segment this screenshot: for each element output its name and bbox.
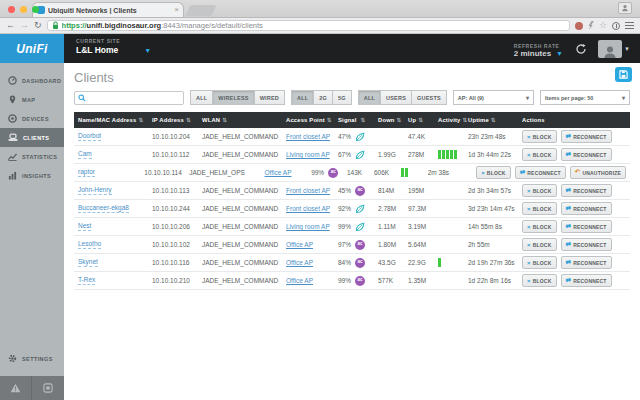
window-controls[interactable] (8, 6, 39, 13)
access-point-link[interactable]: Office AP (286, 259, 313, 266)
filter-connection-wired[interactable]: WIRED (255, 90, 285, 105)
ap-filter-select[interactable]: AP: All (9)▾ (453, 90, 534, 105)
events-button[interactable] (32, 376, 64, 400)
column-header-up[interactable]: Up⇅ (408, 117, 438, 123)
browser-profile-button[interactable] (618, 2, 632, 14)
sidebar-item-dashboard[interactable]: DASHBOARD (0, 71, 64, 90)
search-box[interactable] (74, 91, 184, 105)
sort-icon[interactable]: ⇅ (222, 117, 227, 123)
sidebar-item-settings[interactable]: SETTINGS (0, 349, 64, 368)
access-point-link[interactable]: Front closet AP (286, 205, 330, 212)
column-header-name[interactable]: Name/MAC Address⇅ (78, 117, 152, 123)
reconnect-button[interactable]: ⇄RECONNECT (561, 184, 612, 198)
browser-tab[interactable]: Ubiquiti Networks | Clients × (32, 2, 184, 17)
new-tab-button[interactable] (185, 5, 216, 16)
reconnect-button[interactable]: ⇄RECONNECT (561, 202, 612, 216)
access-point-link[interactable]: Office AP (286, 277, 313, 284)
block-button[interactable]: ×BLOCK (522, 130, 557, 144)
reload-button[interactable]: ↻ (34, 21, 42, 30)
block-button[interactable]: ×BLOCK (476, 166, 511, 180)
search-input[interactable] (89, 94, 180, 101)
access-point-link[interactable]: Living room AP (286, 151, 330, 158)
tab-close-icon[interactable]: × (174, 6, 179, 14)
column-header-signal[interactable]: Signal⇅ (338, 117, 378, 123)
access-point-link[interactable]: Office AP (286, 241, 313, 248)
alerts-button[interactable] (0, 376, 32, 400)
reconnect-button[interactable]: ⇄RECONNECT (515, 166, 566, 180)
block-button[interactable]: ×BLOCK (522, 202, 557, 216)
sort-icon[interactable]: ⇅ (361, 117, 366, 123)
reconnect-button[interactable]: ⇄RECONNECT (561, 130, 612, 144)
current-site-selector[interactable]: CURRENT SITE L&L Home▼ (64, 34, 151, 64)
record-extension-icon[interactable] (612, 22, 620, 30)
browser-extension-icon[interactable] (575, 22, 583, 30)
block-button[interactable]: ×BLOCK (522, 274, 557, 288)
column-header-ip[interactable]: IP Address⇅ (152, 117, 202, 123)
column-header-uptime[interactable]: Uptime⇅ (468, 117, 522, 123)
reconnect-button[interactable]: ⇄RECONNECT (561, 148, 612, 162)
sort-icon[interactable]: ⇅ (397, 117, 402, 123)
items-per-page-select[interactable]: Items per page: 50▾ (540, 90, 630, 105)
sidebar-item-clients[interactable]: CLIENTS (0, 128, 64, 147)
sort-icon[interactable]: ⇅ (138, 117, 143, 123)
refresh-rate-selector[interactable]: REFRESH RATE 2 minutes▼ (514, 41, 563, 58)
block-button[interactable]: ×BLOCK (522, 256, 557, 270)
filter-band-2g[interactable]: 2G (314, 90, 333, 105)
sort-icon[interactable]: ⇅ (418, 117, 423, 123)
filter-type-guests[interactable]: GUESTS (412, 90, 447, 105)
column-header-access-point[interactable]: Access Point⇅ (286, 117, 338, 123)
refresh-now-button[interactable] (573, 42, 588, 57)
sort-icon[interactable]: ⇅ (327, 117, 332, 123)
forward-button[interactable]: → (20, 21, 29, 30)
close-window-button[interactable] (8, 6, 15, 13)
lightning-extension-icon[interactable] (588, 21, 594, 30)
reconnect-button[interactable]: ⇄RECONNECT (561, 256, 612, 270)
client-name-link[interactable]: Nest (78, 222, 91, 230)
filter-band-all[interactable]: ALL (291, 90, 314, 105)
address-bar[interactable]: https://unifi.bigdinosaur.org:8443/manag… (47, 20, 570, 31)
access-point-link[interactable]: Front closet AP (286, 187, 330, 194)
sort-icon[interactable]: ⇅ (491, 117, 496, 123)
sidebar-item-statistics[interactable]: STATISTICS (0, 147, 64, 166)
browser-menu-icon[interactable] (625, 22, 634, 30)
block-button[interactable]: ×BLOCK (522, 148, 557, 162)
sidebar-item-map[interactable]: MAP (0, 90, 64, 109)
access-point-link[interactable]: Living room AP (286, 223, 330, 230)
filter-connection-wireless[interactable]: WIRELESS (213, 90, 254, 105)
client-name-link[interactable]: T-Rex (78, 276, 95, 284)
filter-connection-all[interactable]: ALL (190, 90, 213, 105)
block-button[interactable]: ×BLOCK (522, 238, 557, 252)
client-name-link[interactable]: Cam (78, 150, 92, 158)
client-name-link[interactable]: John-Henry (78, 186, 112, 194)
client-name-link[interactable]: Doorbot (78, 132, 101, 140)
user-menu[interactable]: ▼ (598, 40, 630, 58)
block-button[interactable]: ×BLOCK (522, 220, 557, 234)
minimize-window-button[interactable] (20, 6, 27, 13)
export-button[interactable] (615, 67, 632, 82)
access-point-link[interactable]: Office AP (265, 169, 292, 176)
reconnect-button[interactable]: ⇄RECONNECT (561, 274, 612, 288)
unifi-logo[interactable]: UniFi (0, 34, 64, 64)
unauthorize-button[interactable]: ↶UNAUTHORIZE (570, 166, 626, 180)
filter-band-5g[interactable]: 5G (333, 90, 352, 105)
client-name-link[interactable]: Lesotho (78, 240, 101, 248)
client-name-link[interactable]: Buccaneer-ekga8 (78, 204, 129, 212)
filter-type-all[interactable]: ALL (358, 90, 381, 105)
bookmark-star-icon[interactable]: ☆ (599, 21, 607, 30)
column-header-activity[interactable]: Activity⇅ (438, 117, 468, 123)
zoom-window-button[interactable] (32, 6, 39, 13)
block-button[interactable]: ×BLOCK (522, 184, 557, 198)
client-name-link[interactable]: raptor (78, 168, 95, 176)
access-point-link[interactable]: Front closet AP (286, 133, 330, 140)
client-name-link[interactable]: Skynet (78, 258, 98, 266)
column-header-down[interactable]: Down⇅ (378, 117, 408, 123)
filter-type-users[interactable]: USERS (381, 90, 412, 105)
sort-icon[interactable]: ⇅ (186, 117, 191, 123)
reconnect-button[interactable]: ⇄RECONNECT (561, 238, 612, 252)
back-button[interactable]: ← (6, 21, 15, 30)
column-header-wlan[interactable]: WLAN⇅ (202, 117, 286, 123)
sidebar-item-devices[interactable]: DEVICES (0, 109, 64, 128)
sidebar-item-insights[interactable]: INSIGHTS (0, 166, 64, 185)
reconnect-button[interactable]: ⇄RECONNECT (561, 220, 612, 234)
sort-icon[interactable]: ⇅ (463, 117, 468, 123)
